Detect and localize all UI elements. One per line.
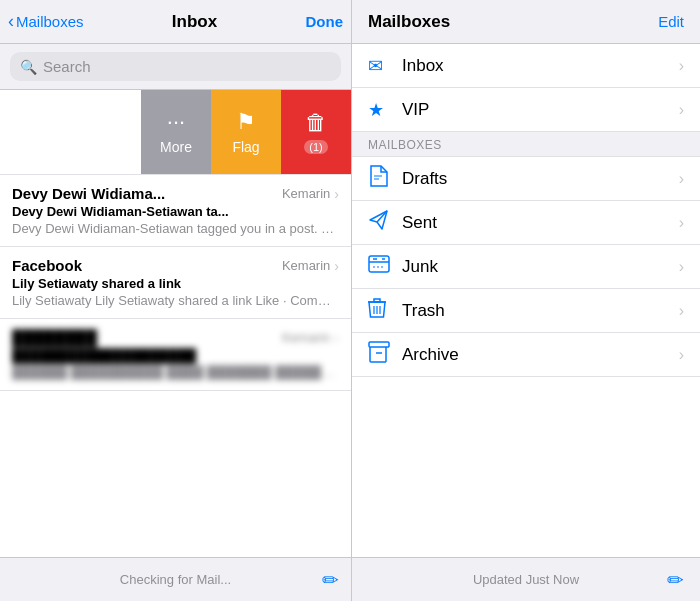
trash-icon: 🗑 <box>305 110 327 136</box>
swipe-trash-badge: (1) <box>304 140 327 154</box>
email-preview-1: Lily Setiawaty Lily Setiawaty shared a l… <box>12 293 339 308</box>
email-subject-blurred: ████████████████████ <box>12 348 339 363</box>
mailbox-item-junk[interactable]: Junk › <box>352 245 700 289</box>
mailbox-item-inbox[interactable]: ✉ Inbox › <box>352 44 700 88</box>
email-row-blurred[interactable]: ████████ Kemarin › ████████████████████ … <box>0 319 351 391</box>
edit-button[interactable]: Edit <box>658 13 684 30</box>
star-icon: ★ <box>368 99 396 121</box>
svg-rect-1 <box>369 342 389 347</box>
email-row-1[interactable]: Facebook Kemarin › Lily Setiawaty shared… <box>0 247 351 319</box>
mailbox-item-archive[interactable]: Archive › <box>352 333 700 377</box>
email-top-blurred: ████████ Kemarin › <box>12 329 339 346</box>
inbox-chevron-icon: › <box>679 57 684 75</box>
email-date-text-1: Kemarin <box>282 258 330 273</box>
email-date-text-blurred: Kemarin <box>282 330 330 345</box>
svg-rect-0 <box>369 256 389 272</box>
drafts-label: Drafts <box>402 169 679 189</box>
sent-icon <box>368 209 396 236</box>
mailbox-item-sent[interactable]: Sent › <box>352 201 700 245</box>
email-data-0: Devy Dewi Widiama... Kemarin › Devy Dewi… <box>12 185 339 236</box>
inbox-title: Inbox <box>84 12 306 32</box>
mailbox-item-vip[interactable]: ★ VIP › <box>352 88 700 132</box>
swipe-flag-label: Flag <box>232 139 259 155</box>
right-status-bar: Updated Just Now ✏ <box>352 557 700 601</box>
sent-label: Sent <box>402 213 679 233</box>
email-preview-0: Devy Dewi Widiaman-Setiawan tagged you i… <box>12 221 339 236</box>
inbox-icon: ✉ <box>368 55 396 77</box>
email-row-swiped[interactable]: ··· More ⚑ Flag 🗑 (1) Kemari <box>0 90 351 175</box>
left-panel: ‹ Mailboxes Inbox Done 🔍 Search ··· More <box>0 0 352 601</box>
left-status-text: Checking for Mail... <box>120 572 231 587</box>
swiped-email-preview3: s April 23... <box>0 149 129 164</box>
email-date-text-0: Kemarin <box>282 186 330 201</box>
inbox-label: Inbox <box>402 56 679 76</box>
search-input[interactable]: 🔍 Search <box>10 52 341 81</box>
search-placeholder: Search <box>43 58 91 75</box>
email-data-blurred: ████████ Kemarin › ████████████████████ … <box>12 329 339 380</box>
search-icon: 🔍 <box>20 59 37 75</box>
email-date-chevron-blurred: › <box>334 330 339 346</box>
trash-chevron-icon: › <box>679 302 684 320</box>
mailbox-item-trash[interactable]: Trash › <box>352 289 700 333</box>
email-sender-0: Devy Dewi Widiama... <box>12 185 165 202</box>
swipe-trash-button[interactable]: 🗑 (1) <box>281 90 351 174</box>
back-label: Mailboxes <box>16 13 84 30</box>
more-dots-icon: ··· <box>167 109 185 135</box>
left-status-bar: Checking for Mail... ✏ <box>0 557 351 601</box>
mailbox-item-drafts[interactable]: Drafts › <box>352 157 700 201</box>
sent-chevron-icon: › <box>679 214 684 232</box>
email-date-chevron-0: › <box>334 186 339 202</box>
swipe-more-label: More <box>160 139 192 155</box>
swipe-more-button[interactable]: ··· More <box>141 90 211 174</box>
email-content-1: Facebook Kemarin › Lily Setiawaty shared… <box>0 247 351 318</box>
email-sender-blurred: ████████ <box>12 329 97 346</box>
flag-icon: ⚑ <box>236 109 256 135</box>
left-nav-bar: ‹ Mailboxes Inbox Done <box>0 0 351 44</box>
swiped-email-preview1: ust had a . <box>0 119 129 134</box>
email-preview-blurred: ██████ ██████████ ████ ███████ █████████… <box>12 365 339 380</box>
back-chevron-icon: ‹ <box>8 11 14 32</box>
vip-label: VIP <box>402 100 679 120</box>
email-list: ··· More ⚑ Flag 🗑 (1) Kemari <box>0 90 351 557</box>
email-content-0: Devy Dewi Widiama... Kemarin › Devy Dewi… <box>0 175 351 246</box>
swipe-actions: ··· More ⚑ Flag 🗑 (1) <box>141 90 351 174</box>
right-status-text: Updated Just Now <box>473 572 579 587</box>
email-top-0: Devy Dewi Widiama... Kemarin › <box>12 185 339 202</box>
mailbox-list: ✉ Inbox › ★ VIP › MAILBOXES <box>352 44 700 557</box>
archive-label: Archive <box>402 345 679 365</box>
email-data-1: Facebook Kemarin › Lily Setiawaty shared… <box>12 257 339 308</box>
email-row-0[interactable]: Devy Dewi Widiama... Kemarin › Devy Dewi… <box>0 175 351 247</box>
vip-chevron-icon: › <box>679 101 684 119</box>
archive-icon <box>368 341 396 368</box>
swiped-email-row: Kemarin ust had a . onstant s April 23..… <box>0 100 129 164</box>
left-compose-icon[interactable]: ✏ <box>322 568 339 592</box>
email-date-chevron-1: › <box>334 258 339 274</box>
trash-can-icon <box>368 297 396 324</box>
email-date-1: Kemarin › <box>282 258 339 274</box>
email-date-blurred: Kemarin › <box>282 330 339 346</box>
mailboxes-title: Mailboxes <box>368 12 658 32</box>
email-sender-1: Facebook <box>12 257 82 274</box>
email-content-blurred: ████████ Kemarin › ████████████████████ … <box>0 319 351 390</box>
junk-chevron-icon: › <box>679 258 684 276</box>
drafts-chevron-icon: › <box>679 170 684 188</box>
junk-icon <box>368 253 396 280</box>
swiped-email-content: Kemarin ust had a . onstant s April 23..… <box>0 90 141 174</box>
swiped-email-preview2: onstant <box>0 134 129 149</box>
drafts-icon <box>368 165 396 192</box>
swipe-flag-button[interactable]: ⚑ Flag <box>211 90 281 174</box>
junk-label: Junk <box>402 257 679 277</box>
search-bar[interactable]: 🔍 Search <box>0 44 351 90</box>
archive-chevron-icon: › <box>679 346 684 364</box>
swiped-email-top: Kemarin <box>0 100 129 117</box>
right-compose-icon[interactable]: ✏ <box>667 568 684 592</box>
email-date-0: Kemarin › <box>282 186 339 202</box>
mailboxes-section-header: MAILBOXES <box>352 132 700 157</box>
trash-label: Trash <box>402 301 679 321</box>
right-panel: Mailboxes Edit ✉ Inbox › ★ VIP › MAILBOX… <box>352 0 700 601</box>
right-nav-bar: Mailboxes Edit <box>352 0 700 44</box>
back-button[interactable]: ‹ Mailboxes <box>8 11 84 32</box>
done-button[interactable]: Done <box>306 13 344 30</box>
email-subject-1: Lily Setiawaty shared a link <box>12 276 339 291</box>
email-top-1: Facebook Kemarin › <box>12 257 339 274</box>
